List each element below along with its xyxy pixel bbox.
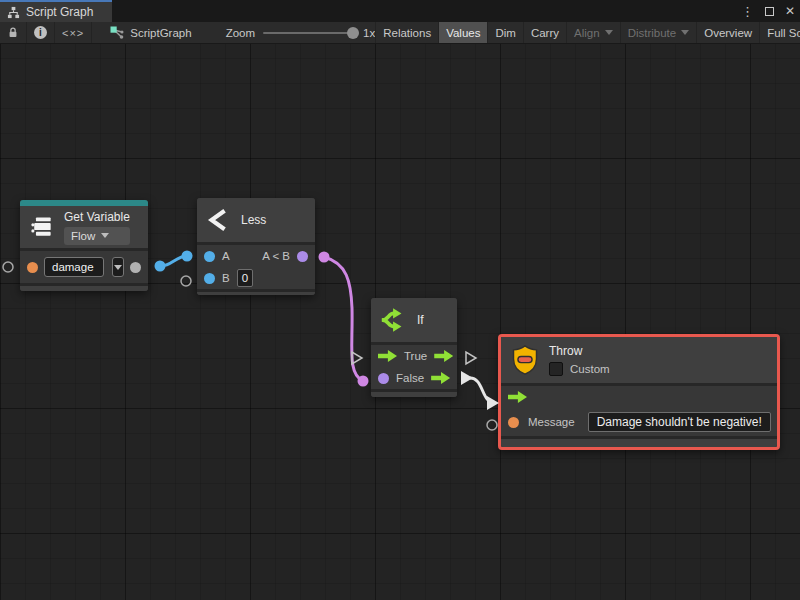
node-less[interactable]: Less A A < B B 0 xyxy=(197,198,315,295)
maximize-icon[interactable] xyxy=(765,7,774,16)
node-footer xyxy=(501,436,777,447)
overview-button[interactable]: Overview xyxy=(696,22,759,43)
output-label: A < B xyxy=(262,250,290,262)
graph-canvas[interactable]: Get Variable Flow damage xyxy=(0,44,800,600)
input-a-label: A xyxy=(222,250,230,262)
wire-endpoint-dot xyxy=(358,376,369,387)
value-output-port[interactable] xyxy=(130,262,141,273)
condition-input-port[interactable] xyxy=(378,373,389,384)
flow-input-port[interactable] xyxy=(508,391,527,403)
node-footer xyxy=(197,289,315,295)
dim-button[interactable]: Dim xyxy=(487,22,522,43)
script-graph-icon xyxy=(110,26,124,40)
zoom-group: Zoom 1x xyxy=(226,22,376,43)
wire-less-to-if-condition[interactable] xyxy=(324,257,363,381)
false-output-port[interactable] xyxy=(431,372,450,384)
if-header[interactable]: If xyxy=(371,298,457,342)
chevron-down-icon xyxy=(605,30,613,35)
info-button[interactable]: i xyxy=(26,22,54,43)
graph-hierarchy-icon xyxy=(7,6,20,19)
result-output-port[interactable] xyxy=(297,251,308,262)
throw-header[interactable]: Throw Custom xyxy=(501,337,777,383)
port-hint-circle-less-b[interactable] xyxy=(181,276,191,286)
custom-checkbox[interactable] xyxy=(549,362,563,376)
tab-title: Script Graph xyxy=(26,5,93,19)
port-hint-circle-get-variable[interactable] xyxy=(3,262,13,272)
close-icon[interactable]: ✕ xyxy=(785,5,795,17)
toolbar-divider xyxy=(91,22,92,43)
wire-endpoint-dot xyxy=(155,261,166,272)
zoom-value: 1x xyxy=(363,27,375,39)
node-get-variable[interactable]: Get Variable Flow damage xyxy=(20,200,148,291)
wire-endpoint-dot xyxy=(182,251,193,262)
input-b-port[interactable] xyxy=(204,273,215,284)
less-body: A A < B B 0 xyxy=(197,242,315,289)
wire-endpoint-triangle xyxy=(461,371,473,385)
port-hint-circle-throw-message[interactable] xyxy=(487,420,497,430)
flow-input-port[interactable] xyxy=(378,350,397,362)
tab-script-graph[interactable]: Script Graph xyxy=(0,0,112,22)
wire-endpoint-dot xyxy=(319,252,330,263)
relations-button[interactable]: Relations xyxy=(375,22,438,43)
input-a-port[interactable] xyxy=(204,251,215,262)
chevron-down-icon xyxy=(114,265,122,270)
align-dropdown[interactable]: Align xyxy=(566,22,620,43)
node-title: Throw xyxy=(549,344,610,358)
node-title: Get Variable xyxy=(64,210,130,224)
port-hint-triangle-if-input[interactable] xyxy=(352,352,362,364)
node-throw[interactable]: Throw Custom Message Damage shouldn't be… xyxy=(498,334,780,450)
info-icon: i xyxy=(34,26,47,39)
port-hint-triangle-if-true-output[interactable] xyxy=(466,352,476,364)
false-label: False xyxy=(396,372,424,384)
node-if[interactable]: If True False xyxy=(371,298,457,397)
carry-button[interactable]: Carry xyxy=(523,22,566,43)
variable-picker-button[interactable] xyxy=(112,257,124,277)
less-header[interactable]: Less xyxy=(197,198,315,242)
branch-icon xyxy=(380,306,408,334)
code-brackets-icon: <×> xyxy=(62,27,84,39)
kebab-menu-icon[interactable]: ⋮ xyxy=(741,5,754,18)
graph-toolbar: i <×> ScriptGraph Zoom 1x Relations V xyxy=(0,22,800,44)
zoom-slider[interactable] xyxy=(263,32,355,34)
if-body: True False xyxy=(371,342,457,389)
true-output-port[interactable] xyxy=(434,350,453,362)
zoom-label: Zoom xyxy=(226,27,255,39)
variable-icon xyxy=(29,214,55,240)
node-title: If xyxy=(417,313,424,327)
get-variable-header[interactable]: Get Variable Flow xyxy=(20,206,148,248)
variable-name-field[interactable]: damage xyxy=(44,257,104,277)
true-label: True xyxy=(404,350,427,362)
message-value-field[interactable]: Damage shouldn't be negative! xyxy=(588,412,771,432)
chevron-down-icon xyxy=(101,233,109,238)
wire-if-false-to-throw[interactable] xyxy=(470,378,495,403)
zoom-slider-knob[interactable] xyxy=(347,27,359,39)
message-label: Message xyxy=(528,416,575,428)
input-b-label: B xyxy=(222,272,230,284)
graph-name-group: ScriptGraph xyxy=(110,22,191,43)
values-button[interactable]: Values xyxy=(438,22,487,43)
input-b-value-field[interactable]: 0 xyxy=(237,269,253,287)
message-input-port[interactable] xyxy=(508,417,519,428)
graph-name-label: ScriptGraph xyxy=(130,27,191,39)
distribute-dropdown[interactable]: Distribute xyxy=(620,22,697,43)
variable-kind-dropdown[interactable]: Flow xyxy=(64,227,130,245)
less-than-icon xyxy=(206,207,232,233)
full-screen-button[interactable]: Full Screen xyxy=(759,22,800,43)
get-variable-body: damage xyxy=(20,248,148,283)
titlebar: Script Graph ⋮ ✕ xyxy=(0,0,800,22)
wire-damage-to-less-a[interactable] xyxy=(160,256,187,266)
node-footer xyxy=(371,389,457,397)
value-toggle-button[interactable]: <×> xyxy=(54,22,91,43)
chevron-down-icon xyxy=(681,30,689,35)
custom-checkbox-label: Custom xyxy=(570,363,610,375)
lock-icon xyxy=(7,26,19,39)
lock-button[interactable] xyxy=(0,22,26,43)
window-controls: ⋮ ✕ xyxy=(741,0,795,22)
variable-name-input-port[interactable] xyxy=(27,262,38,273)
script-graph-window: Script Graph ⋮ ✕ i <×> xyxy=(0,0,800,600)
node-footer xyxy=(20,283,148,291)
node-title: Less xyxy=(241,213,266,227)
throw-body: Message Damage shouldn't be negative! xyxy=(501,383,777,436)
throw-shield-icon xyxy=(510,343,540,377)
